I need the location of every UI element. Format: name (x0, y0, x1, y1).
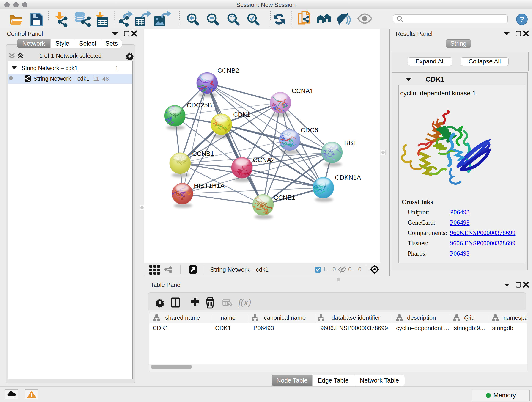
svg-text:1 – 0: 1 – 0 (323, 266, 336, 273)
svg-text:String Network – cdk1: String Network – cdk1 (210, 266, 268, 273)
svg-text:CCNE1: CCNE1 (273, 194, 295, 201)
svg-text:canonical name: canonical name (264, 314, 306, 321)
svg-text:CCNB2: CCNB2 (217, 67, 239, 74)
svg-text:0 – 0: 0 – 0 (348, 266, 361, 273)
svg-text:database identifier: database identifier (331, 314, 380, 321)
svg-text:CCNA1: CCNA1 (292, 87, 313, 95)
svg-text:shared name: shared name (165, 314, 200, 321)
svg-text:RB1: RB1 (344, 139, 356, 147)
svg-text:CDC25B: CDC25B (187, 102, 212, 109)
svg-text:description: description (407, 314, 436, 321)
svg-text:HIST1H1A: HIST1H1A (194, 182, 225, 189)
svg-text:CDK1: CDK1 (233, 111, 250, 118)
svg-text:namespac: namespac (503, 314, 527, 321)
svg-text:CDC6: CDC6 (301, 127, 318, 134)
svg-text:CCNA2: CCNA2 (253, 156, 275, 163)
svg-text:f(x): f(x) (238, 297, 251, 307)
svg-text:CCNB1: CCNB1 (192, 150, 214, 157)
svg-text:name: name (221, 314, 235, 321)
svg-text:@id: @id (464, 314, 475, 321)
svg-text:CDKN1A: CDKN1A (335, 174, 361, 181)
svg-text:?: ? (520, 15, 525, 24)
